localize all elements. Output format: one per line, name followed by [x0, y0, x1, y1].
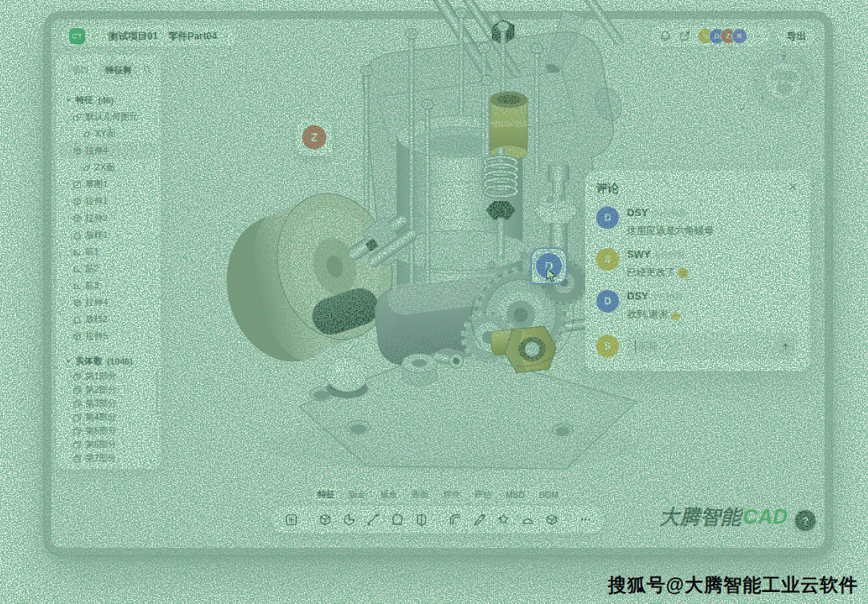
tree-item[interactable]: 放样1 — [59, 226, 158, 243]
sweep-tool-button[interactable] — [366, 512, 381, 528]
toolbar-divider — [308, 513, 309, 527]
tree-section[interactable]: 实体数(1046) — [59, 353, 158, 369]
feature-tree-panel: 项目特征树 特征(46)默认几何图元XY面拉伸4ZX面草图1拉伸1拉伸2放样1筋… — [56, 55, 161, 469]
tree-item[interactable]: 第3部分 — [59, 397, 158, 410]
tree-section[interactable]: 特征(46) — [59, 92, 158, 108]
pattern-tool-button[interactable] — [496, 512, 511, 528]
tree-item[interactable]: 默认几何图元 — [59, 108, 158, 125]
tree-item[interactable]: 拉伸4 — [59, 294, 158, 311]
tree-item[interactable]: 第5部分 — [59, 424, 158, 438]
ribbon-tab-特征[interactable]: 特征 — [312, 488, 340, 502]
divider — [162, 31, 163, 42]
tree-item[interactable]: 拉伸4 — [59, 142, 158, 159]
fillet-tool-button[interactable] — [448, 512, 463, 528]
dome-icon — [520, 512, 534, 527]
tree-item[interactable]: 拉伸1 — [59, 193, 158, 210]
help-button[interactable]: ? — [795, 510, 816, 531]
ribbon-tab-BOM[interactable]: BOM — [534, 488, 564, 501]
loft-tool-button[interactable] — [390, 512, 405, 528]
text-caret — [635, 341, 636, 353]
comment-menu-button[interactable] — [788, 206, 799, 221]
comment: DDSY1分钟前收到,谢谢 — [596, 290, 799, 321]
ribbon-tabs: 特征钣金钣金曲面焊件评估MBDBOM — [307, 485, 568, 504]
tree-item[interactable]: XY面 — [59, 125, 158, 142]
reply-box[interactable] — [627, 333, 799, 360]
shell-tool-button[interactable] — [544, 512, 559, 528]
comment-avatar: S — [596, 248, 619, 271]
project-breadcrumb[interactable]: CT 测试项目01 零件Part04 — [61, 26, 238, 47]
tree-item[interactable]: 第2部分 — [59, 383, 158, 397]
toolbar-divider — [568, 513, 569, 527]
ribbon-tab-MBD[interactable]: MBD — [500, 488, 530, 501]
sidebar-tab-特征树[interactable]: 特征树 — [100, 62, 137, 79]
tree-item[interactable]: ZX面 — [59, 159, 158, 176]
bell-icon[interactable] — [659, 30, 672, 43]
tree-item[interactable]: 放样2 — [59, 311, 158, 328]
comment-time: 6分钟前 — [656, 250, 686, 261]
page: CT 测试项目01 零件Part04 SDZR 导出 — [0, 0, 868, 604]
comment-menu-button[interactable] — [788, 248, 799, 263]
loft-icon — [390, 512, 404, 527]
tree-item[interactable]: 第6部分 — [59, 438, 158, 451]
ribbon-tab-钣金[interactable]: 钣金 — [343, 488, 371, 502]
comment-avatar: D — [596, 290, 619, 312]
revolve-tool-button[interactable] — [342, 512, 357, 528]
app-window: CT 测试项目01 零件Part04 SDZR 导出 — [43, 11, 833, 556]
chevron-down-icon[interactable] — [222, 32, 230, 40]
tree-item[interactable]: 草图1 — [59, 176, 158, 193]
ribbon-tab-曲面[interactable]: 曲面 — [406, 488, 434, 502]
brand-cn: 大腾智能 — [659, 505, 741, 528]
pattern-icon — [496, 512, 510, 527]
screen-view-button[interactable] — [734, 100, 748, 114]
header-right: SDZR 导出 — [651, 26, 817, 47]
export-button[interactable]: 导出 — [776, 26, 817, 47]
comment-pin-d[interactable]: D — [530, 247, 567, 284]
comments-panel: 评论 DDSY10分钟前这里应该是六角螺母SSWY6分钟前已经更改了DDSY1分… — [585, 170, 810, 371]
sidebar-scrollbar[interactable] — [156, 369, 159, 416]
comment-author: DSY — [627, 290, 649, 302]
part-name[interactable]: 零件Part04 — [168, 30, 217, 43]
search-button[interactable] — [142, 63, 153, 78]
view-cube[interactable]: Z x y — [751, 48, 816, 112]
chevron-down-icon[interactable] — [754, 32, 762, 40]
ribbon-tab-焊件[interactable]: 焊件 — [437, 488, 465, 502]
reply-row: S — [596, 333, 799, 360]
add-tool-button[interactable] — [284, 512, 299, 528]
axis-x-label: x — [761, 95, 764, 100]
chamfer-tool-button[interactable] — [472, 512, 487, 528]
project-name[interactable]: 测试项目01 — [108, 30, 158, 43]
tree-item[interactable]: 筋3 — [59, 277, 158, 294]
chamfer-icon — [472, 512, 486, 527]
tree-item[interactable]: 第7部分 — [59, 451, 158, 465]
extrude-icon — [317, 512, 332, 527]
tree-item[interactable]: 拉伸2 — [59, 210, 158, 226]
avatar-R[interactable]: R — [731, 28, 747, 44]
viewport-3d[interactable]: CT 测试项目01 零件Part04 SDZR 导出 — [51, 19, 825, 548]
comment-pin-z[interactable]: Z — [296, 119, 333, 156]
tree-item[interactable]: 第1部分 — [59, 369, 158, 383]
tree-item[interactable]: 拉伸5 — [59, 328, 158, 345]
extrude-tool-button[interactable] — [317, 512, 333, 528]
modeling-toolbar — [272, 506, 604, 533]
tree-item[interactable]: 第4部分 — [59, 410, 158, 424]
dome-tool-button[interactable] — [520, 512, 535, 528]
app-logo[interactable]: CT — [69, 28, 85, 44]
ribbon-tab-评估[interactable]: 评估 — [469, 488, 497, 502]
ribbon-tab-钣金[interactable]: 钣金 — [375, 488, 403, 502]
tree-item[interactable]: 筋1 — [59, 243, 158, 260]
sidebar-tab-项目[interactable]: 项目 — [66, 62, 95, 79]
share-icon[interactable] — [678, 30, 691, 43]
send-button[interactable] — [775, 336, 796, 357]
fit-view-button[interactable] — [731, 81, 745, 96]
reply-input[interactable] — [638, 341, 775, 352]
chevron-down-icon[interactable] — [90, 32, 98, 40]
close-button[interactable] — [787, 181, 799, 196]
more-tool-button[interactable] — [578, 512, 593, 528]
boundary-tool-button[interactable] — [414, 512, 429, 528]
comment: DDSY10分钟前这里应该是六角螺母 — [596, 206, 799, 238]
sweep-icon — [366, 512, 380, 527]
comment-menu-button[interactable] — [788, 290, 799, 304]
tree-item[interactable]: 筋2 — [59, 260, 158, 277]
fit-view-icon — [734, 84, 743, 93]
comment-text: 收到,谢谢 — [627, 308, 799, 321]
